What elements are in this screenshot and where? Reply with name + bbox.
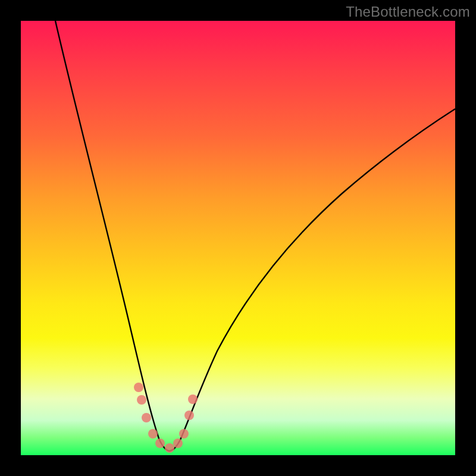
svg-point-8 (184, 411, 194, 420)
svg-point-9 (188, 394, 198, 404)
svg-point-5 (165, 443, 174, 453)
watermark-text: TheBottleneck.com (346, 4, 470, 20)
left-curve (55, 21, 170, 451)
svg-point-4 (155, 439, 165, 448)
chart-frame: TheBottleneck.com (0, 0, 476, 476)
svg-point-2 (142, 413, 151, 422)
curve-layer (21, 21, 455, 455)
svg-point-3 (148, 429, 158, 439)
svg-point-6 (173, 439, 183, 448)
right-curve (170, 109, 455, 451)
plot-area (21, 21, 455, 455)
svg-point-0 (134, 383, 143, 392)
svg-point-7 (179, 429, 189, 439)
svg-point-1 (137, 395, 146, 405)
highlight-dots (134, 383, 198, 453)
